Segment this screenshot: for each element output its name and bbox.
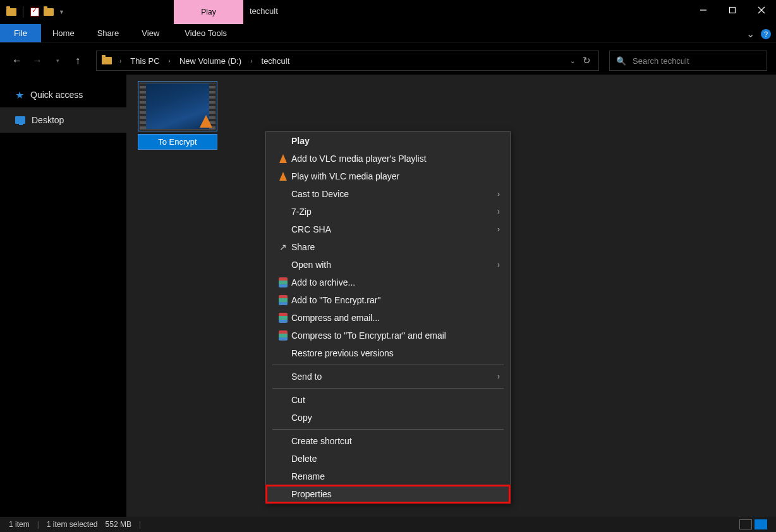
up-button[interactable]: ↑ <box>70 52 86 69</box>
status-selected-count: 1 item selected <box>47 520 98 529</box>
breadcrumb-volume[interactable]: New Volume (D:) <box>177 56 244 66</box>
collapse-ribbon-icon[interactable]: ⌄ <box>746 28 755 40</box>
chevron-right-icon[interactable]: › <box>117 57 124 64</box>
title-bar: ▼ Play techcult <box>0 0 776 24</box>
context-menu-crc-sha[interactable]: CRC SHA› <box>266 221 510 238</box>
vlc-cone-icon <box>279 154 287 163</box>
sidebar-item-desktop[interactable]: Desktop <box>0 107 126 133</box>
qat-dropdown-icon[interactable]: ▼ <box>59 9 64 15</box>
navigation-pane: ★ Quick access Desktop <box>0 75 126 517</box>
context-menu-send-to[interactable]: Send to› <box>266 368 510 385</box>
context-menu-cut[interactable]: Cut <box>266 391 510 409</box>
context-menu-play[interactable]: Play <box>266 132 510 150</box>
context-menu-play-vlc[interactable]: Play with VLC media player <box>266 167 510 185</box>
context-menu-cast[interactable]: Cast to Device› <box>266 185 510 203</box>
context-menu-rename[interactable]: Rename <box>266 468 510 485</box>
quick-access-toolbar: ▼ <box>0 6 64 18</box>
svg-rect-1 <box>730 8 736 13</box>
divider <box>23 6 23 18</box>
window-title: techcult <box>250 6 278 16</box>
context-menu-delete[interactable]: Delete <box>266 450 510 468</box>
contextual-tab-play[interactable]: Play <box>174 0 243 24</box>
context-menu-create-shortcut[interactable]: Create shortcut <box>266 432 510 450</box>
winrar-icon <box>279 330 288 341</box>
context-menu-add-rar[interactable]: Add to "To Encrypt.rar" <box>266 291 510 309</box>
search-input[interactable]: 🔍 Search techcult <box>609 51 767 71</box>
chevron-right-icon: › <box>497 207 500 216</box>
back-button[interactable]: ← <box>9 52 25 69</box>
sidebar-item-quick-access[interactable]: ★ Quick access <box>0 82 126 107</box>
menu-separator <box>272 388 504 389</box>
chevron-right-icon: › <box>497 225 500 234</box>
details-view-button[interactable] <box>739 519 752 529</box>
winrar-icon <box>279 295 288 305</box>
ribbon-tab-video-tools[interactable]: Video Tools <box>173 24 238 42</box>
address-dropdown-icon[interactable]: ⌄ <box>570 57 575 64</box>
chevron-right-icon[interactable]: › <box>248 57 255 64</box>
properties-shortcut-icon[interactable] <box>28 6 41 18</box>
context-menu-copy[interactable]: Copy <box>266 409 510 426</box>
close-button[interactable] <box>747 0 776 20</box>
context-menu-compress-rar-email[interactable]: Compress to "To Encrypt.rar" and email <box>266 327 510 344</box>
menu-separator <box>272 365 504 365</box>
file-name-label: To Encrypt <box>138 134 217 150</box>
context-menu-properties[interactable]: Properties <box>266 485 510 503</box>
help-icon[interactable]: ? <box>761 29 771 39</box>
file-item-to-encrypt[interactable]: To Encrypt <box>138 81 217 150</box>
breadcrumb-this-pc[interactable]: This PC <box>128 56 162 66</box>
refresh-button[interactable]: ↻ <box>583 55 591 66</box>
context-menu-share[interactable]: ↗Share <box>266 238 510 256</box>
folder-icon <box>100 54 113 67</box>
ribbon-tab-home[interactable]: Home <box>41 24 86 42</box>
status-selected-size: 552 MB <box>106 520 131 529</box>
window-controls <box>689 0 776 20</box>
breadcrumb-current[interactable]: techcult <box>259 56 293 66</box>
ribbon-tab-file[interactable]: File <box>0 24 41 42</box>
ribbon-tabs: File Home Share View Video Tools ⌄ ? <box>0 24 776 43</box>
separator: | <box>37 520 39 529</box>
minimize-button[interactable] <box>689 0 718 20</box>
chevron-right-icon[interactable]: › <box>166 57 173 64</box>
view-mode-switcher <box>739 519 767 529</box>
context-menu-add-vlc-playlist[interactable]: Add to VLC media player's Playlist <box>266 150 510 167</box>
desktop-icon <box>15 116 25 124</box>
separator: | <box>139 520 141 529</box>
sidebar-item-label: Quick access <box>30 90 83 100</box>
chevron-right-icon: › <box>497 260 500 269</box>
maximize-button[interactable] <box>718 0 747 20</box>
ribbon-tab-share[interactable]: Share <box>86 24 131 42</box>
navigation-bar: ← → ▾ ↑ › This PC › New Volume (D:) › te… <box>0 47 776 75</box>
vlc-cone-icon <box>279 172 287 181</box>
winrar-icon <box>279 313 288 323</box>
vlc-cone-icon <box>200 115 212 128</box>
chevron-right-icon: › <box>497 372 500 381</box>
address-bar[interactable]: › This PC › New Volume (D:) › techcult ⌄… <box>96 51 599 71</box>
ribbon-tab-view[interactable]: View <box>130 24 171 42</box>
context-menu: Play Add to VLC media player's Playlist … <box>265 131 511 504</box>
chevron-right-icon: › <box>497 190 500 198</box>
file-thumbnail <box>138 81 217 131</box>
folder-icon[interactable] <box>5 6 18 18</box>
search-placeholder: Search techcult <box>633 56 689 66</box>
menu-separator <box>272 429 504 430</box>
large-icons-view-button[interactable] <box>755 519 767 529</box>
status-item-count: 1 item <box>9 520 30 529</box>
sidebar-item-label: Desktop <box>32 115 64 125</box>
share-icon: ↗ <box>279 242 287 252</box>
recent-locations-dropdown[interactable]: ▾ <box>49 52 66 69</box>
new-folder-icon[interactable] <box>42 6 55 18</box>
star-icon: ★ <box>15 89 24 101</box>
context-menu-restore-versions[interactable]: Restore previous versions <box>266 344 510 362</box>
winrar-icon <box>279 277 288 287</box>
context-menu-compress-email[interactable]: Compress and email... <box>266 309 510 327</box>
forward-button[interactable]: → <box>29 52 45 69</box>
status-bar: 1 item | 1 item selected 552 MB | <box>0 517 776 532</box>
search-icon: 🔍 <box>616 56 626 66</box>
context-menu-open-with[interactable]: Open with› <box>266 256 510 274</box>
context-menu-add-archive[interactable]: Add to archive... <box>266 274 510 291</box>
context-menu-7zip[interactable]: 7-Zip› <box>266 203 510 221</box>
